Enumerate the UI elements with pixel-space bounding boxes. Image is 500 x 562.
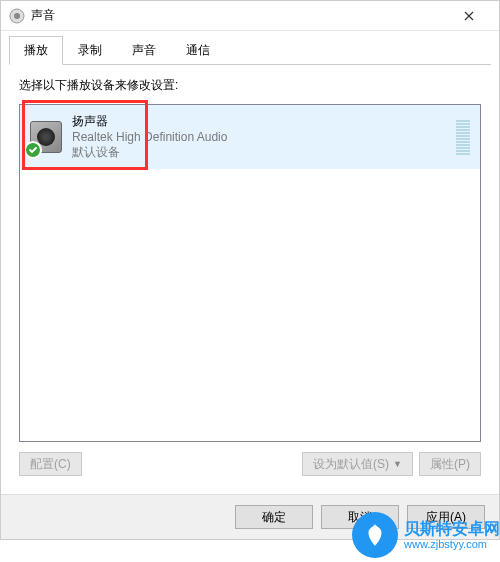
close-icon — [464, 11, 474, 21]
tab-strip: 播放 录制 声音 通信 — [1, 31, 499, 64]
device-text: 扬声器 Realtek High Definition Audio 默认设备 — [72, 113, 456, 161]
device-name: 扬声器 — [72, 113, 456, 130]
watermark-text: 贝斯特安卓网 www.zjbstyy.com — [404, 520, 500, 550]
chevron-down-icon: ▼ — [393, 459, 402, 469]
device-actions-row: 配置(C) 设为默认值(S) ▼ 属性(P) — [19, 442, 481, 486]
watermark-line2: www.zjbstyy.com — [404, 538, 500, 550]
ok-button[interactable]: 确定 — [235, 505, 313, 529]
sound-dialog-window: 声音 播放 录制 声音 通信 选择以下播放设备来修改设置: 扬声器 Realte… — [0, 0, 500, 540]
tab-content: 选择以下播放设备来修改设置: 扬声器 Realtek High Definiti… — [9, 64, 491, 486]
set-default-label: 设为默认值(S) — [313, 456, 389, 473]
default-check-icon — [24, 141, 42, 159]
device-description: Realtek High Definition Audio — [72, 130, 456, 144]
window-title: 声音 — [31, 7, 446, 24]
watermark: 贝斯特安卓网 www.zjbstyy.com — [352, 512, 500, 558]
device-item[interactable]: 扬声器 Realtek High Definition Audio 默认设备 — [20, 105, 480, 169]
svg-point-1 — [14, 13, 20, 19]
app-icon — [9, 8, 25, 24]
level-meter — [456, 120, 470, 155]
watermark-icon — [352, 512, 398, 558]
device-list[interactable]: 扬声器 Realtek High Definition Audio 默认设备 — [19, 104, 481, 442]
watermark-line1: 贝斯特安卓网 — [404, 520, 500, 538]
properties-button[interactable]: 属性(P) — [419, 452, 481, 476]
close-button[interactable] — [446, 2, 491, 30]
tab-sounds[interactable]: 声音 — [117, 36, 171, 64]
titlebar: 声音 — [1, 1, 499, 31]
instruction-text: 选择以下播放设备来修改设置: — [19, 77, 481, 94]
speaker-icon — [30, 121, 62, 153]
tab-communications[interactable]: 通信 — [171, 36, 225, 64]
set-default-button[interactable]: 设为默认值(S) ▼ — [302, 452, 413, 476]
device-status: 默认设备 — [72, 144, 456, 161]
tab-recording[interactable]: 录制 — [63, 36, 117, 64]
configure-button[interactable]: 配置(C) — [19, 452, 82, 476]
tab-playback[interactable]: 播放 — [9, 36, 63, 65]
